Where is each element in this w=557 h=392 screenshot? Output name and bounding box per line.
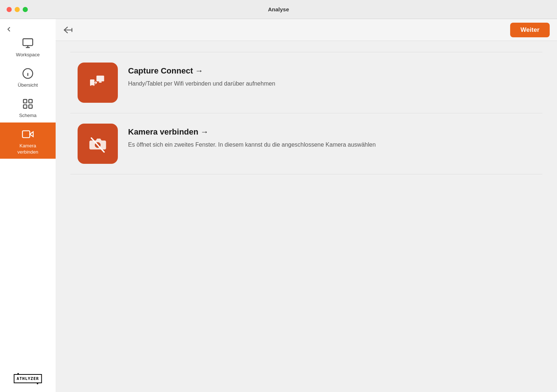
sidebar-item-kamera[interactable]: Kameraverbinden [0,122,56,159]
svg-rect-8 [22,131,30,137]
sidebar-item-ubersicht[interactable]: Übersicht [0,62,56,92]
titlebar: Analyse [0,0,557,19]
kamera-verbinden-desc: Es öffnet sich ein zweites Fenster. In d… [128,140,376,149]
svg-rect-11 [97,76,104,82]
sidebar: Workspace Übersicht [0,19,56,392]
capture-connect-desc: Handy/Tablet per Wifi verbinden und darü… [128,79,275,88]
capture-connect-icon-box [78,63,118,103]
svg-rect-5 [29,99,32,103]
weiter-button[interactable]: Weiter [510,23,550,37]
svg-rect-13 [90,79,94,86]
kamera-verbinden-title: Kamera verbinden → [128,127,376,137]
kamera-verbinden-text: Kamera verbinden → Es öffnet sich ein zw… [128,124,376,149]
sidebar-back-button[interactable] [5,26,12,35]
svg-rect-0 [23,39,33,46]
sidebar-label-workspace: Workspace [16,52,40,58]
capture-connect-title: Capture Connect → [128,66,275,76]
topbar: Weiter [56,19,557,41]
sidebar-item-workspace[interactable]: Workspace [0,31,56,62]
sidebar-label-schema: Schema [19,113,37,119]
svg-rect-12 [99,82,102,83]
capture-connect-text: Capture Connect → Handy/Tablet per Wifi … [128,63,275,88]
close-button[interactable] [7,7,12,12]
sidebar-logo: ATHLYZER [14,374,42,383]
sidebar-item-schema[interactable]: Schema [0,92,56,122]
capture-connect-icon [87,72,108,93]
athlyzer-logo-text: ATHLYZER [14,374,42,383]
capture-connect-card[interactable]: Capture Connect → Handy/Tablet per Wifi … [70,52,542,113]
window-controls[interactable] [7,7,28,12]
topbar-back-button[interactable] [63,26,73,34]
svg-rect-4 [23,99,27,103]
kamera-verbinden-card[interactable]: Kamera verbinden → Es öffnet sich ein zw… [70,113,542,174]
kamera-verbinden-icon-box [78,124,118,164]
sidebar-label-kamera: Kameraverbinden [17,143,38,155]
app-title: Analyse [268,6,289,12]
svg-rect-6 [23,105,27,108]
sidebar-label-ubersicht: Übersicht [18,82,38,88]
workspace-icon [21,37,34,50]
schema-icon [21,97,34,110]
svg-rect-7 [29,105,32,108]
cards-area: Capture Connect → Handy/Tablet per Wifi … [56,41,557,392]
maximize-button[interactable] [23,7,28,12]
kamera-verbinden-icon [87,133,108,154]
minimize-button[interactable] [15,7,20,12]
app-body: Workspace Übersicht [0,19,557,392]
info-icon [21,67,34,80]
svg-rect-14 [91,85,94,86]
camera-icon [21,128,34,141]
main-content: Weiter [56,19,557,392]
